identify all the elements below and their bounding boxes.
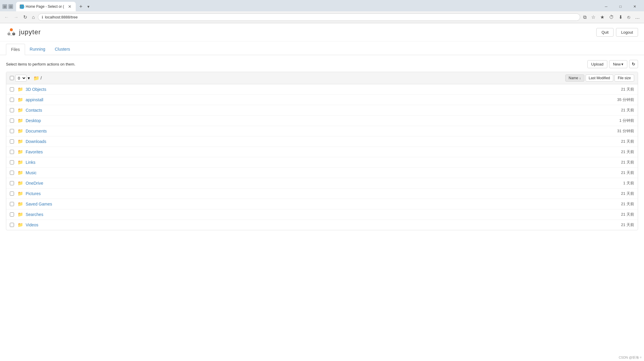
address-bar[interactable]: ℹ	[38, 13, 580, 21]
table-row[interactable]: 📁 Pictures 21 天前	[6, 189, 638, 199]
file-name-link-7[interactable]: Links	[26, 160, 35, 165]
file-checkbox-12[interactable]	[10, 212, 14, 217]
count-select[interactable]: 0	[15, 75, 27, 82]
file-name-link-11[interactable]: Saved Games	[26, 202, 52, 206]
table-row[interactable]: 📁 Downloads 21 天前	[6, 136, 638, 147]
file-checkbox-1[interactable]	[10, 98, 14, 102]
file-modified-4: 31 分钟前	[598, 128, 634, 134]
table-row[interactable]: 📁 Contacts 21 天前	[6, 105, 638, 116]
refresh-button[interactable]: ↻	[21, 13, 29, 21]
folder-icon-3: 📁	[18, 118, 23, 123]
file-checkbox-3[interactable]	[10, 119, 14, 123]
new-button[interactable]: New ▾	[609, 60, 627, 68]
file-name-link-9[interactable]: OneDrive	[26, 181, 43, 186]
file-name-link-4[interactable]: Documents	[26, 129, 47, 133]
table-row[interactable]: 📁 appinstall 35 分钟前	[6, 95, 638, 105]
file-checkbox-0[interactable]	[10, 87, 14, 91]
tab-favicon: 🌐	[20, 4, 24, 9]
jupyter-logo-text: jupyter	[19, 28, 41, 36]
sort-modified-button[interactable]: Last Modified	[586, 74, 613, 82]
back-button[interactable]: ←	[2, 13, 11, 21]
file-name-link-3[interactable]: Desktop	[26, 118, 41, 123]
quit-button[interactable]: Quit	[596, 28, 614, 37]
tab-dropdown-button[interactable]: ▾	[86, 3, 91, 10]
tab-clusters[interactable]: Clusters	[50, 44, 75, 55]
split-view-button[interactable]: ⧉	[581, 13, 588, 21]
breadcrumb[interactable]: /	[41, 76, 42, 80]
file-name-link-0[interactable]: 3D Objects	[26, 87, 46, 92]
url-input[interactable]	[45, 15, 576, 19]
jupyter-app: jupyter Quit Logout Files Running Cluste…	[0, 23, 644, 235]
new-tab-button[interactable]: +	[77, 2, 85, 11]
file-name-link-10[interactable]: Pictures	[26, 191, 41, 196]
breadcrumb-col: 📁 /	[33, 75, 565, 81]
tab-bar: ⊟ ⊡ 🌐 Home Page - Select or ( ✕ + ▾ ─ □ …	[0, 0, 644, 11]
table-row[interactable]: 📁 3D Objects 21 天前	[6, 84, 638, 95]
folder-icon-12: 📁	[18, 212, 23, 217]
sort-name-arrow-icon: ↓	[579, 76, 581, 80]
file-checkbox-2[interactable]	[10, 108, 14, 112]
file-modified-0: 21 天前	[598, 87, 634, 92]
logout-button[interactable]: Logout	[616, 28, 638, 37]
more-button[interactable]: …	[633, 13, 642, 21]
nav-actions: ⧉ ☆ ★ ⏱ ⬇ ⎋ …	[581, 13, 642, 21]
maximize-button[interactable]: □	[614, 2, 627, 11]
table-row[interactable]: 📁 OneDrive 1 天前	[6, 178, 638, 189]
file-name-link-6[interactable]: Favorites	[26, 150, 43, 154]
file-name-link-8[interactable]: Music	[26, 170, 37, 175]
file-name-link-1[interactable]: appinstall	[26, 97, 43, 102]
file-row-name-9: 📁 OneDrive	[18, 181, 598, 186]
close-button[interactable]: ✕	[628, 2, 642, 11]
file-checkbox-9[interactable]	[10, 181, 14, 185]
share-button[interactable]: ⎋	[626, 13, 632, 21]
file-modified-9: 1 天前	[598, 181, 634, 186]
jupyter-logo: jupyter	[6, 27, 41, 38]
active-tab[interactable]: 🌐 Home Page - Select or ( ✕	[16, 2, 76, 11]
add-favorites-button[interactable]: ☆	[589, 13, 597, 21]
refresh-files-button[interactable]: ↻	[629, 60, 638, 68]
table-row[interactable]: 📁 Favorites 21 天前	[6, 147, 638, 157]
history-button[interactable]: ⏱	[607, 13, 616, 21]
minimize-button[interactable]: ─	[599, 2, 613, 11]
file-checkbox-6[interactable]	[10, 150, 14, 154]
file-checkbox-4[interactable]	[10, 129, 14, 133]
select-info: Select items to perform actions on them.	[6, 62, 75, 66]
favorites-bar-button[interactable]: ★	[598, 13, 606, 21]
file-checkbox-10[interactable]	[10, 192, 14, 196]
file-modified-7: 21 天前	[598, 160, 634, 165]
file-checkbox-7[interactable]	[10, 160, 14, 164]
table-row[interactable]: 📁 Documents 31 分钟前	[6, 126, 638, 136]
downloads-nav-button[interactable]: ⬇	[617, 13, 624, 21]
table-row[interactable]: 📁 Searches 21 天前	[6, 209, 638, 220]
table-row[interactable]: 📁 Music 21 天前	[6, 168, 638, 178]
tab-files[interactable]: Files	[6, 44, 25, 55]
sort-size-button[interactable]: File size	[614, 74, 634, 82]
file-name-link-13[interactable]: Videos	[26, 222, 38, 227]
header-buttons: Quit Logout	[596, 28, 638, 37]
file-checkbox-8[interactable]	[10, 171, 14, 175]
security-icon: ℹ	[42, 15, 43, 19]
select-all-checkbox[interactable]	[10, 76, 14, 80]
select-all-col: 0 ▾	[10, 75, 30, 82]
tab-running[interactable]: Running	[25, 44, 50, 55]
browser-chrome: ⊟ ⊡ 🌐 Home Page - Select or ( ✕ + ▾ ─ □ …	[0, 0, 644, 23]
table-row[interactable]: 📁 Saved Games 21 天前	[6, 199, 638, 209]
file-row-name-1: 📁 appinstall	[18, 97, 598, 102]
file-name-link-5[interactable]: Downloads	[26, 139, 46, 144]
file-name-link-12[interactable]: Searches	[26, 212, 43, 217]
file-checkbox-13[interactable]	[10, 223, 14, 227]
browser-icon-1: ⊟	[2, 4, 7, 9]
table-row[interactable]: 📁 Desktop 1 分钟前	[6, 116, 638, 126]
table-row[interactable]: 📁 Videos 21 天前	[6, 220, 638, 230]
file-actions: Upload New ▾ ↻	[587, 60, 638, 68]
sort-name-button[interactable]: Name ↓	[565, 74, 584, 82]
file-name-link-2[interactable]: Contacts	[26, 108, 42, 113]
file-checkbox-11[interactable]	[10, 202, 14, 206]
file-checkbox-5[interactable]	[10, 139, 14, 144]
tab-close-button[interactable]: ✕	[67, 4, 72, 10]
home-button[interactable]: ⌂	[30, 13, 37, 21]
forward-button[interactable]: →	[12, 13, 20, 21]
dropdown-arrow-icon: ▾	[28, 76, 30, 80]
upload-button[interactable]: Upload	[587, 60, 607, 68]
table-row[interactable]: 📁 Links 21 天前	[6, 157, 638, 168]
